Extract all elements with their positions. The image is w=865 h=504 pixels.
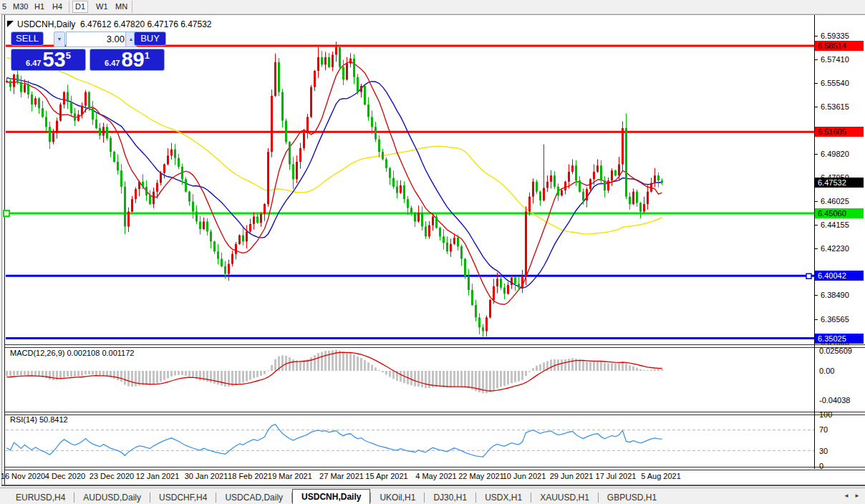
date-label: 27 Mar 2021 — [319, 472, 364, 480]
date-label: 10 Jun 2021 — [503, 472, 546, 480]
price-tick-label: 6.49820 — [821, 150, 849, 158]
one-click-collapse-icon[interactable] — [7, 21, 14, 27]
chart-tab-usdx[interactable]: USDX,H1 — [476, 490, 531, 504]
rsi-label: RSI(14) 50.8412 — [10, 415, 68, 424]
date-label: 16 Nov 2020 — [1, 472, 45, 480]
chart-tab-gbpusd[interactable]: GBPUSD,H1 — [599, 490, 665, 504]
price-tick-label: 6.42230 — [821, 244, 849, 253]
trading-platform-window: 5M30H1H4D1W1MN 6.593356.574106.555406.53… — [0, 0, 865, 504]
date-label: 4 Dec 2020 — [45, 472, 85, 480]
one-click-trading-panel: SELL ▼ 3.00 ▲ BUY 6.47535 6.47891 — [11, 32, 166, 71]
price-tick — [814, 59, 818, 60]
date-label: 17 Jul 2021 — [596, 472, 637, 480]
chart-tab-bar: EURUSD,H4AUDUSD,DailyUSDCHF,H4USDCAD,Dai… — [0, 488, 865, 504]
line-handle[interactable] — [806, 273, 811, 278]
line-handle[interactable] — [4, 210, 9, 216]
sell-price-quote[interactable]: 6.47535 — [11, 49, 86, 71]
ma-fast-line — [7, 62, 662, 304]
buy-price-quote[interactable]: 6.47891 — [90, 49, 165, 71]
volume-decrease-button[interactable]: ▼ — [54, 32, 65, 47]
chart-symbol-period: USDCNH,Daily — [17, 19, 75, 29]
buy-price-prefix: 6.47 — [105, 59, 120, 67]
price-tick — [814, 154, 818, 155]
tab-scroll-right-icon[interactable]: ► — [854, 493, 860, 499]
buy-button[interactable]: BUY — [134, 32, 166, 46]
chart-tab-xauusd[interactable]: XAUUSD,H1 — [531, 490, 598, 504]
price-tick-label: 6.44155 — [821, 220, 849, 229]
sell-price-main: 53 — [42, 50, 65, 69]
indicator-axis-label: 0 — [819, 462, 823, 470]
sell-price-pip: 5 — [66, 50, 71, 61]
rsi-line — [7, 425, 662, 457]
indicator-axis-label: 30 — [819, 447, 828, 455]
price-tick-label: 6.46025 — [821, 197, 849, 205]
chart-tab-dj30[interactable]: DJ30,H1 — [425, 490, 475, 504]
chart-tab-usdcnh[interactable]: USDCNH,Daily — [292, 489, 370, 504]
chart-tab-eurusd[interactable]: EURUSD,H4 — [7, 490, 74, 504]
price-badge: 6.51605 — [815, 127, 864, 137]
price-tick-label: 6.55540 — [821, 79, 849, 87]
price-badge: 6.35025 — [815, 334, 864, 344]
chart-tab-usdchf[interactable]: USDCHF,H4 — [150, 490, 216, 504]
volume-input[interactable]: 3.00 — [66, 32, 130, 47]
price-tick — [814, 107, 818, 107]
candles — [6, 42, 663, 336]
buy-price-pip: 1 — [145, 50, 150, 61]
price-tick-label: 6.53615 — [821, 102, 849, 111]
price-tick-label: 6.57410 — [821, 55, 849, 64]
price-tick — [814, 36, 818, 37]
indicator-axis-label: 0.025609 — [819, 346, 852, 355]
macd-label: MACD(12,26,9) 0.002108 0.001172 — [10, 349, 134, 357]
date-label: 5 Aug 2021 — [641, 472, 681, 480]
chart-canvas — [0, 0, 865, 504]
price-tick — [814, 225, 818, 226]
sell-price-prefix: 6.47 — [26, 59, 41, 67]
ma-slow-line — [7, 58, 662, 234]
panel-separator — [5, 467, 865, 470]
chart-ohlc-values: 6.47612 6.47820 6.47176 6.47532 — [80, 19, 212, 29]
date-label: 22 May 2021 — [458, 472, 504, 480]
sell-button[interactable]: SELL — [11, 32, 44, 46]
date-label: 23 Dec 2020 — [90, 472, 134, 480]
chart-tab-ukoil[interactable]: UKOil,H1 — [371, 490, 424, 504]
indicator-axis-label: -0.04038 — [819, 396, 850, 404]
price-badge: 6.47532 — [815, 178, 864, 188]
panel-separator[interactable] — [5, 344, 865, 348]
date-label: 9 Mar 2021 — [272, 472, 312, 480]
macd-signal-line — [7, 352, 662, 391]
price-tick — [814, 248, 818, 249]
ma-mid-line — [7, 77, 662, 288]
price-tick — [814, 83, 818, 84]
chart-title: USDCNH,Daily 6.47612 6.47820 6.47176 6.4… — [17, 19, 212, 29]
buy-price-main: 89 — [121, 50, 144, 69]
chart-tab-audusd[interactable]: AUDUSD,Daily — [74, 490, 150, 504]
date-label: 18 Feb 2021 — [228, 472, 272, 480]
price-badge: 6.58514 — [815, 41, 864, 51]
indicator-axis-label: 0.00 — [819, 367, 834, 375]
price-tick — [814, 295, 818, 296]
price-tick — [814, 319, 818, 320]
price-badge: 6.45060 — [815, 208, 864, 218]
date-label: 29 Jun 2021 — [550, 472, 594, 480]
price-badge: 6.40042 — [815, 271, 864, 281]
price-tick-label: 6.36565 — [821, 315, 849, 324]
panel-separator[interactable] — [5, 412, 865, 415]
tab-scroll-left-icon[interactable]: ◄ — [844, 493, 849, 499]
date-label: 12 Jan 2021 — [136, 472, 180, 480]
price-tick-label: 6.59335 — [821, 32, 849, 40]
chart-tab-usdcad[interactable]: USDCAD,Daily — [216, 490, 291, 504]
date-label: 30 Jan 2021 — [185, 472, 228, 480]
price-tick — [814, 201, 818, 202]
indicator-axis-label: 70 — [819, 425, 828, 434]
date-label: 15 Apr 2021 — [365, 472, 407, 480]
date-label: 4 May 2021 — [415, 472, 456, 480]
indicator-axis-label: 100 — [819, 410, 832, 419]
price-tick-label: 6.38490 — [821, 291, 849, 299]
